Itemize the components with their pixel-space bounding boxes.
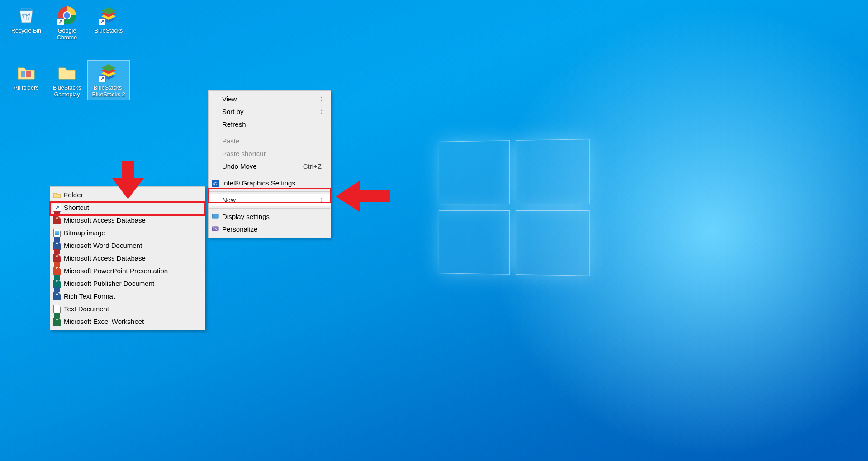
excel-file-icon: X bbox=[53, 318, 61, 326]
ctx-item-intel-graphics[interactable]: iG Intel® Graphics Settings bbox=[209, 177, 331, 190]
ctx-item-label: Text Document bbox=[64, 305, 109, 313]
ctx-item-label: Microsoft Publisher Document bbox=[64, 280, 154, 287]
access-file-icon: A bbox=[53, 216, 61, 224]
folder-icon bbox=[15, 62, 37, 83]
bluestacks-icon bbox=[98, 62, 119, 83]
display-settings-icon bbox=[211, 213, 219, 221]
personalize-icon bbox=[211, 225, 219, 233]
new-item-word[interactable]: W Microsoft Word Document bbox=[50, 239, 205, 252]
menu-separator bbox=[209, 191, 330, 192]
ctx-item-label: Rich Text Format bbox=[64, 292, 115, 300]
ctx-item-label: Intel® Graphics Settings bbox=[222, 179, 295, 187]
desktop-icon-label: BlueStacks Gameplay bbox=[48, 85, 86, 100]
ctx-item-undo-move[interactable]: Undo Move Ctrl+Z bbox=[209, 160, 331, 173]
bitmap-file-icon bbox=[53, 229, 61, 237]
desktop-icon-bluestacks-2[interactable]: BlueStacks-BlueStacks 2 bbox=[88, 61, 129, 100]
shortcut-arrow-icon bbox=[57, 18, 64, 25]
new-item-publisher[interactable]: P Microsoft Publisher Document bbox=[50, 277, 205, 290]
access-file-icon: A bbox=[53, 254, 61, 262]
ctx-item-paste: Paste bbox=[209, 135, 331, 147]
ctx-item-paste-shortcut: Paste shortcut bbox=[209, 147, 331, 160]
folder-icon bbox=[53, 191, 61, 199]
ctx-item-label: Paste bbox=[222, 137, 239, 145]
word-file-icon: W bbox=[53, 242, 61, 250]
rtf-file-icon: W bbox=[53, 292, 61, 300]
menu-separator bbox=[209, 133, 330, 133]
ctx-item-refresh[interactable]: Refresh bbox=[209, 118, 331, 131]
ctx-item-label: Microsoft Excel Worksheet bbox=[64, 318, 144, 325]
context-menu-new: Folder Shortcut A Microsoft Access Datab… bbox=[50, 186, 205, 330]
bluestacks-icon bbox=[98, 5, 119, 26]
desktop-icon-label: BlueStacks bbox=[90, 28, 128, 36]
desktop-icon-label: Google Chrome bbox=[48, 28, 86, 43]
ctx-item-label: Bitmap image bbox=[64, 229, 105, 237]
shortcut-arrow-icon bbox=[99, 18, 106, 25]
ctx-item-label: Refresh bbox=[222, 120, 246, 128]
ctx-item-label: Undo Move bbox=[222, 162, 257, 170]
new-item-folder[interactable]: Folder bbox=[50, 189, 205, 201]
menu-separator bbox=[209, 208, 330, 209]
ctx-item-accel: Ctrl+Z bbox=[303, 160, 322, 173]
ctx-item-label: Paste shortcut bbox=[222, 150, 266, 157]
windows-logo bbox=[439, 139, 591, 277]
new-item-powerpoint[interactable]: P Microsoft PowerPoint Presentation bbox=[50, 265, 205, 277]
desktop[interactable]: Recycle Bin Google Chrome bbox=[0, 0, 868, 461]
ctx-item-label: Microsoft Access Database bbox=[64, 254, 146, 262]
ctx-item-label: Microsoft Word Document bbox=[64, 242, 142, 249]
desktop-icon-google-chrome[interactable]: Google Chrome bbox=[48, 4, 86, 43]
shortcut-arrow-icon bbox=[99, 75, 106, 82]
svg-rect-4 bbox=[26, 71, 31, 77]
recycle-bin-icon bbox=[15, 5, 37, 26]
new-item-excel[interactable]: X Microsoft Excel Worksheet bbox=[50, 315, 205, 328]
menu-separator bbox=[209, 175, 330, 175]
ctx-item-label: Sort by bbox=[222, 108, 244, 115]
ctx-item-label: Folder bbox=[64, 191, 83, 199]
chevron-right-icon: 〉 bbox=[320, 194, 326, 206]
svg-rect-3 bbox=[21, 71, 25, 77]
ctx-item-sort-by[interactable]: Sort by 〉 bbox=[209, 105, 331, 118]
new-item-rtf[interactable]: W Rich Text Format bbox=[50, 290, 205, 303]
desktop-icon-label: All folders bbox=[7, 85, 45, 93]
chevron-right-icon: 〉 bbox=[320, 93, 326, 105]
desktop-icon-all-folders[interactable]: All folders bbox=[7, 61, 45, 93]
ctx-item-personalize[interactable]: Personalize bbox=[209, 223, 331, 236]
new-item-access-db[interactable]: A Microsoft Access Database bbox=[50, 214, 205, 227]
shortcut-icon bbox=[53, 204, 61, 212]
ctx-item-label: Personalize bbox=[222, 225, 257, 233]
desktop-icon-bluestacks[interactable]: BlueStacks bbox=[90, 4, 128, 36]
desktop-icon-label: BlueStacks-BlueStacks 2 bbox=[88, 85, 129, 100]
folder-icon bbox=[56, 62, 78, 83]
ctx-item-label: Microsoft PowerPoint Presentation bbox=[64, 267, 168, 275]
context-menu-desktop: View 〉 Sort by 〉 Refresh Paste Paste sho… bbox=[208, 90, 331, 238]
chrome-icon bbox=[56, 5, 78, 26]
svg-point-2 bbox=[64, 12, 70, 19]
powerpoint-file-icon: P bbox=[53, 267, 61, 275]
ctx-item-label: New bbox=[222, 196, 236, 204]
intel-icon: iG bbox=[211, 179, 219, 187]
ctx-item-label: Display settings bbox=[222, 213, 270, 220]
new-item-bitmap[interactable]: Bitmap image bbox=[50, 227, 205, 239]
desktop-icon-recycle-bin[interactable]: Recycle Bin bbox=[7, 4, 45, 36]
svg-text:iG: iG bbox=[213, 181, 217, 186]
publisher-file-icon: P bbox=[53, 280, 61, 288]
svg-rect-8 bbox=[214, 219, 216, 219]
ctx-item-label: View bbox=[222, 95, 237, 103]
ctx-item-label: Shortcut bbox=[64, 204, 89, 211]
desktop-icon-bluestacks-gameplay[interactable]: BlueStacks Gameplay bbox=[48, 61, 86, 100]
new-item-shortcut[interactable]: Shortcut bbox=[50, 201, 205, 214]
desktop-icon-label: Recycle Bin bbox=[7, 28, 45, 36]
ctx-item-new[interactable]: New 〉 bbox=[209, 194, 331, 206]
ctx-item-view[interactable]: View 〉 bbox=[209, 93, 331, 105]
text-file-icon bbox=[53, 305, 61, 313]
new-item-access-db-2[interactable]: A Microsoft Access Database bbox=[50, 252, 205, 265]
svg-rect-7 bbox=[212, 214, 218, 218]
annotation-arrow-left-icon bbox=[336, 181, 390, 212]
ctx-item-label: Microsoft Access Database bbox=[64, 216, 146, 224]
ctx-item-display-settings[interactable]: Display settings bbox=[209, 210, 331, 223]
new-item-text[interactable]: Text Document bbox=[50, 303, 205, 315]
chevron-right-icon: 〉 bbox=[320, 105, 326, 118]
